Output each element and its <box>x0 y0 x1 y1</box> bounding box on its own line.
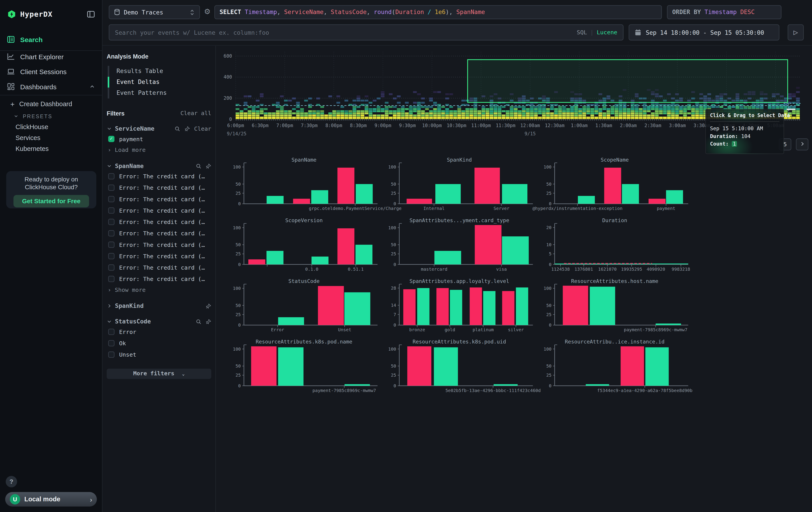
checkbox[interactable] <box>108 185 115 191</box>
bar <box>407 346 431 386</box>
sql-select-input[interactable]: SELECT Timestamp, ServiceName, StatusCod… <box>214 5 662 19</box>
svg-text:50: 50 <box>546 303 552 308</box>
svg-text:0.1.0: 0.1.0 <box>305 267 318 272</box>
filter-option-label: Error: The credit card (… <box>119 241 205 248</box>
checkbox[interactable] <box>108 242 115 248</box>
delta-chart-spanname: SpanName02550100grpc.oteldemo.PaymentSer… <box>226 156 382 216</box>
filter-option[interactable]: Error: The credit card (… <box>107 172 211 181</box>
checkbox[interactable] <box>108 253 115 259</box>
sidebar-item-chart-explorer[interactable]: Chart Explorer <box>0 49 102 64</box>
run-query-button[interactable]: ▷ <box>788 24 804 40</box>
filter-option[interactable]: Error: The credit card (… <box>107 183 211 192</box>
chevron-right-icon: › <box>90 495 92 503</box>
pin-icon[interactable] <box>206 303 211 309</box>
svg-text:SpanAttributes...yment.card_ty: SpanAttributes...yment.card_type <box>410 217 510 223</box>
presets-toggle[interactable]: PRESETS <box>0 110 102 123</box>
filter-group-name: StatusCode <box>115 318 151 325</box>
heatmap-selection[interactable] <box>468 60 787 102</box>
chevron-right-icon <box>107 303 112 308</box>
clear-filter-button[interactable]: Clear <box>194 125 211 132</box>
filter-option[interactable]: Error <box>107 327 211 336</box>
svg-text:2:00am: 2:00am <box>620 123 637 128</box>
filter-group-statuscode[interactable]: StatusCode <box>107 318 211 325</box>
bar <box>338 228 354 265</box>
search-icon[interactable] <box>196 163 201 169</box>
local-mode-button[interactable]: U Local mode › <box>5 492 97 507</box>
svg-text:6:30pm: 6:30pm <box>252 123 269 128</box>
search-input[interactable]: Search your events w/ Lucene ex. column:… <box>109 24 624 40</box>
analysis-mode-event-deltas[interactable]: Event Deltas <box>108 77 211 88</box>
svg-text:100: 100 <box>233 164 241 170</box>
order-by-input[interactable]: ORDER BY Timestamp DESC <box>667 5 782 19</box>
load-more-button[interactable]: ›Load more <box>107 145 211 154</box>
filter-option[interactable]: Error: The credit card (… <box>107 228 211 238</box>
help-button[interactable]: ? <box>6 476 17 487</box>
filter-option[interactable]: Error: The credit card (… <box>107 274 211 284</box>
filter-option[interactable]: Error: The credit card (… <box>107 217 211 226</box>
sql-token: SELECT <box>220 8 245 16</box>
filter-group-servicename[interactable]: ServiceNameClear <box>107 125 211 132</box>
filter-option[interactable]: Ok <box>107 339 211 348</box>
delta-chart-duration: Duration05102011245381376801162107019935… <box>537 216 692 277</box>
bar <box>494 384 518 386</box>
more-filters-button[interactable]: More filters ⌄ <box>107 369 211 379</box>
filter-group-actions: Clear <box>175 125 211 132</box>
filter-option[interactable]: Error: The credit card (… <box>107 240 211 249</box>
checkbox[interactable] <box>108 351 115 358</box>
filter-group-spanname[interactable]: SpanName <box>107 162 211 170</box>
collapse-panel-icon[interactable] <box>87 11 95 17</box>
sidebar-item-dashboards[interactable]: Dashboards <box>0 79 102 94</box>
get-started-button[interactable]: Get Started for Free <box>13 195 89 208</box>
source-select[interactable]: Demo Traces <box>109 5 200 19</box>
pin-icon[interactable] <box>206 163 211 169</box>
sidebar-item-services[interactable]: Services <box>0 132 102 144</box>
checkbox[interactable] <box>108 265 115 271</box>
show-more-button[interactable]: ›Show more <box>107 286 211 294</box>
svg-text:9983218: 9983218 <box>672 267 690 272</box>
checkbox[interactable] <box>108 196 115 202</box>
analysis-mode-results-table[interactable]: Results Table <box>108 66 211 77</box>
svg-text:0: 0 <box>549 323 552 328</box>
gear-icon[interactable]: ⚙ <box>204 7 210 16</box>
filter-option[interactable]: Error: The credit card (… <box>107 194 211 204</box>
filter-option[interactable]: Unset <box>107 350 211 359</box>
pin-icon[interactable] <box>184 126 190 132</box>
svg-text:0: 0 <box>394 201 396 206</box>
mode-sql-toggle[interactable]: SQL <box>577 29 587 36</box>
clear-all-button[interactable]: Clear all <box>180 110 211 117</box>
sidebar-item-clickhouse[interactable]: ClickHouse <box>0 121 102 133</box>
delta-charts-grid: SpanName02550100grpc.oteldemo.PaymentSer… <box>226 156 695 398</box>
checkbox[interactable] <box>108 276 115 282</box>
sidebar-item-client-sessions[interactable]: Client Sessions <box>0 64 102 79</box>
checkbox[interactable] <box>108 136 115 142</box>
pagination-next-button[interactable] <box>796 138 808 151</box>
svg-text:9:00pm: 9:00pm <box>374 123 391 128</box>
filter-group-spankind[interactable]: SpanKind <box>107 302 211 309</box>
svg-text:Duration: Duration <box>602 217 627 223</box>
checkbox[interactable] <box>108 208 115 214</box>
delta-chart-spankind: SpanKind02550100InternalServer <box>382 156 537 216</box>
filter-option[interactable]: Error: The credit card (… <box>107 251 211 261</box>
bar <box>407 199 432 204</box>
analysis-mode-event-patterns[interactable]: Event Patterns <box>108 88 211 99</box>
mode-lucene-toggle[interactable]: Lucene <box>597 29 617 36</box>
search-icon[interactable] <box>196 319 201 324</box>
checkbox[interactable] <box>108 173 115 180</box>
svg-text:19935295: 19935295 <box>621 267 642 272</box>
checkbox[interactable] <box>108 329 115 335</box>
search-icon[interactable] <box>175 126 180 132</box>
checkbox[interactable] <box>108 230 115 236</box>
checkbox[interactable] <box>108 340 115 346</box>
bar <box>344 292 371 325</box>
sql-token: ( <box>392 8 395 16</box>
filter-option[interactable]: Error: The credit card (… <box>107 206 211 215</box>
svg-text:9/14/25: 9/14/25 <box>227 131 246 136</box>
pin-icon[interactable] <box>206 319 211 324</box>
sidebar-item-kubernetes[interactable]: Kubernetes <box>0 142 102 155</box>
date-range-picker[interactable]: Sep 14 18:00:00 - Sep 15 05:30:00 <box>629 24 780 40</box>
filter-option[interactable]: payment <box>107 134 211 143</box>
filter-option[interactable]: Error: The credit card (… <box>107 263 211 272</box>
sidebar-item-search[interactable]: Search <box>0 32 102 47</box>
create-dashboard-button[interactable]: + Create Dashboard <box>0 98 102 110</box>
checkbox[interactable] <box>108 219 115 225</box>
